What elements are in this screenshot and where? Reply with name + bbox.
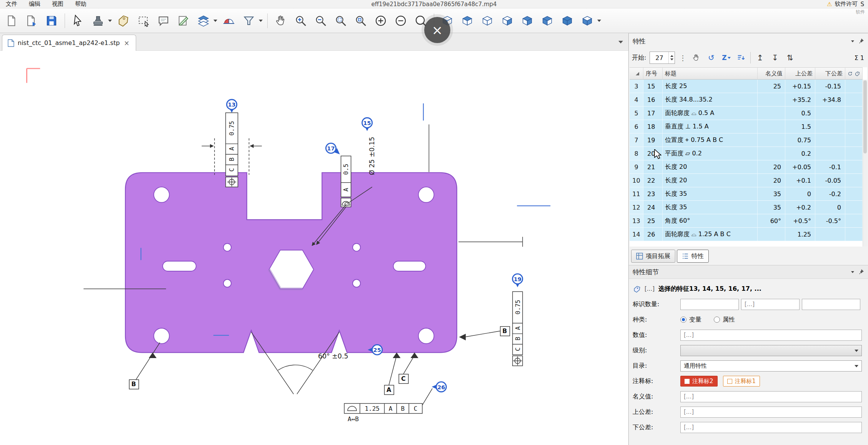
radio-attribute[interactable]: 属性 [714, 316, 735, 324]
view-cube-right-icon[interactable] [499, 12, 516, 30]
tab-close-icon[interactable]: × [123, 39, 130, 47]
table-header[interactable]: 序号 标题 名义值 上公差 下公差 [630, 67, 863, 80]
table-row[interactable]: 6 18 垂直度 ⊥ 1.5 A 1.5 [630, 120, 863, 133]
spinner-down-icon[interactable] [670, 58, 673, 60]
zoom-fit-icon[interactable] [332, 12, 349, 30]
zoom-window-icon[interactable] [352, 12, 369, 30]
table-row[interactable]: 14 26 面轮廓度 ⌓ 1.25 A B C 1.25 [630, 228, 863, 241]
save-icon[interactable] [43, 12, 60, 30]
new-document-icon[interactable] [3, 12, 20, 30]
table-row[interactable]: 13 25 角度 60° 60° +0.5° -0.5° [630, 214, 863, 228]
menu-edit[interactable]: 编辑 [23, 0, 46, 8]
zoom-in-icon[interactable] [292, 12, 309, 30]
start-spinner[interactable]: 27 [650, 52, 675, 64]
datum-a[interactable]: A [385, 353, 401, 395]
level-select[interactable] [680, 345, 862, 356]
datum-b-right[interactable]: B [459, 327, 510, 340]
menu-file[interactable]: 文件 [0, 0, 23, 8]
pin-icon[interactable] [858, 38, 864, 44]
view-cube-top-left-icon[interactable] [539, 12, 556, 30]
reset-order-button[interactable]: ↺ [705, 52, 717, 64]
pan-hand-icon[interactable] [272, 12, 289, 30]
catalog-select[interactable]: 通用特性 [680, 360, 862, 372]
upper-tol-input[interactable] [680, 407, 862, 418]
scrollbar-thumb[interactable] [863, 80, 867, 153]
cad-canvas[interactable]: 0.75 A B C 13 0.5 A [0, 51, 628, 445]
increase-circle-icon[interactable] [372, 12, 389, 30]
move-top-button[interactable]: ↥ [754, 52, 766, 64]
count-input-3[interactable] [802, 299, 860, 310]
comment-tool-icon[interactable] [155, 12, 172, 30]
table-row[interactable]: 9 21 长度 20 20 +0.05 -0.1 [630, 160, 863, 174]
move-bottom-button[interactable]: ↧ [769, 52, 781, 64]
tag-tool-icon[interactable] [115, 12, 132, 30]
corner-hole[interactable] [154, 328, 170, 343]
table-row[interactable]: 3 15 长度 25 25 +0.15 -0.15 [630, 80, 863, 93]
sort-list-button[interactable] [735, 52, 747, 64]
view-dropdown-caret[interactable] [597, 20, 601, 22]
radio-variable[interactable]: 变量 [680, 316, 701, 324]
table-row[interactable]: 5 17 面轮廓度 ⌓ 0.5 A 0.5 [630, 107, 863, 120]
fcf-right[interactable]: 0.75 A B C [513, 292, 523, 366]
view-cube-top-icon[interactable] [459, 12, 476, 30]
table-row[interactable]: 12 24 长度 35 35 +0.2 0 [630, 201, 863, 214]
swap-order-button[interactable]: ⇅ [784, 52, 796, 64]
lower-tol-input[interactable] [680, 422, 862, 433]
checkbox-icon[interactable] [727, 379, 732, 384]
corner-hole[interactable] [418, 187, 434, 202]
stamp-dropdown-caret[interactable] [108, 20, 112, 22]
zoom-out-icon[interactable] [312, 12, 329, 30]
collapse-chevron-icon[interactable] [851, 40, 854, 42]
more-options-icon[interactable]: ⋮ [678, 54, 687, 62]
measure-protractor-icon[interactable] [220, 12, 237, 30]
left-slot[interactable] [163, 261, 196, 271]
decrease-circle-icon[interactable] [392, 12, 409, 30]
note-badge-1[interactable]: 注释标1 [723, 376, 760, 387]
balloon-26[interactable]: 26 [422, 382, 446, 405]
open-document-icon[interactable] [23, 12, 40, 30]
note-badge-2[interactable]: 注释标2 [680, 376, 718, 387]
marquee-select-icon[interactable] [135, 12, 152, 30]
selected-ellipsis-button[interactable]: [...] [645, 285, 655, 292]
count-input-2[interactable] [741, 299, 800, 310]
layers-dropdown-caret[interactable] [213, 20, 217, 22]
view-cube-sides-icon[interactable] [579, 12, 596, 30]
tab-characteristics[interactable]: 特性 [677, 250, 709, 263]
checkbox-icon[interactable] [685, 379, 690, 384]
corner-hole[interactable] [418, 328, 434, 343]
table-row[interactable]: 11 23 长度 35 35 0 -0.2 [630, 187, 863, 201]
small-hole[interactable] [223, 243, 231, 251]
view-cube-wire-icon[interactable] [479, 12, 496, 30]
value-input[interactable] [680, 330, 862, 341]
filter-icon[interactable] [240, 12, 257, 30]
filter-dropdown-caret[interactable] [259, 20, 263, 22]
select-cursor-icon[interactable] [70, 12, 87, 30]
count-input-1[interactable] [680, 299, 739, 310]
overlay-close-button[interactable]: × [424, 17, 450, 43]
table-scrollbar[interactable] [863, 80, 867, 247]
small-hole[interactable] [353, 243, 360, 251]
menu-help[interactable]: 帮助 [69, 0, 92, 8]
small-hole[interactable] [353, 280, 360, 287]
details-pin-icon[interactable] [858, 269, 864, 275]
details-collapse-chevron-icon[interactable] [851, 271, 854, 273]
balloon-13[interactable]: 13 [227, 100, 237, 113]
table-row[interactable]: 10 22 长度 20 20 +0.1 -0.05 [630, 174, 863, 187]
nominal-input[interactable] [680, 391, 862, 402]
tab-project-expansion[interactable]: 项目拓展 [631, 250, 675, 263]
balloon-19[interactable]: 19 [513, 274, 523, 287]
small-hole[interactable] [223, 280, 231, 287]
stamp-tool-icon[interactable] [90, 12, 107, 30]
tag-column-icon[interactable] [855, 70, 860, 77]
datum-c[interactable]: C [399, 353, 418, 384]
menu-view[interactable]: 视图 [46, 0, 69, 8]
refresh-column-icon[interactable] [848, 70, 853, 77]
view-cube-top-right-icon[interactable] [519, 12, 536, 30]
table-row[interactable]: 7 19 位置度 ⌖ 0.75 A B C 0.75 [630, 133, 863, 147]
part-body[interactable] [125, 173, 457, 353]
table-row[interactable]: 4 16 长度 34.8...35.2 +35.2 +34.8 [630, 93, 863, 107]
fcf-bottom[interactable]: 1.25 A B C A↔B [344, 403, 422, 423]
balloon-17[interactable]: 17 [326, 143, 340, 154]
table-row[interactable]: 8 20 平面度 ▱ 0.2 0.2 [630, 147, 863, 160]
layers-icon[interactable] [195, 12, 212, 30]
